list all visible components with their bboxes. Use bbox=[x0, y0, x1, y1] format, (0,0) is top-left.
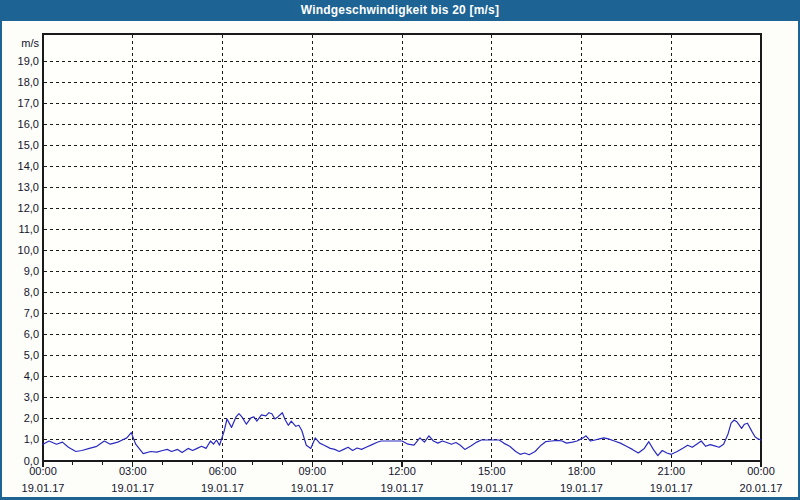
y-tick-label: 16,0 bbox=[2, 118, 39, 131]
x-tick-time-label: 18:00 bbox=[557, 465, 607, 478]
y-tick-label: 5,0 bbox=[2, 349, 39, 362]
x-tick-time-label: 12:00 bbox=[377, 465, 427, 478]
x-tick-time-label: 06:00 bbox=[198, 465, 248, 478]
y-tick-label: 1,0 bbox=[2, 433, 39, 446]
page: { "title_bar": { "title": "Windgeschwind… bbox=[0, 0, 800, 500]
x-tick-date-label: 19.01.17 bbox=[554, 482, 610, 495]
x-tick-time-label: 03:00 bbox=[108, 465, 158, 478]
x-tick-date-label: 19.01.17 bbox=[464, 482, 520, 495]
x-tick-date-label: 19.01.17 bbox=[284, 482, 340, 495]
y-tick-label: 18,0 bbox=[2, 76, 39, 89]
y-tick-label: 10,0 bbox=[2, 244, 39, 257]
y-tick-label: 14,0 bbox=[2, 160, 39, 173]
x-tick-time-label: 15:00 bbox=[467, 465, 517, 478]
y-tick-label: 17,0 bbox=[2, 97, 39, 110]
x-tick-time-label: 21:00 bbox=[646, 465, 696, 478]
y-tick-label: 7,0 bbox=[2, 307, 39, 320]
y-tick-label: 9,0 bbox=[2, 265, 39, 278]
y-tick-label: 13,0 bbox=[2, 181, 39, 194]
y-axis-unit-label: m/s bbox=[2, 37, 39, 50]
x-tick-date-label: 20.01.17 bbox=[733, 482, 789, 495]
y-tick-label: 3,0 bbox=[2, 391, 39, 404]
x-tick-date-label: 19.01.17 bbox=[105, 482, 161, 495]
wind-speed-line-chart bbox=[2, 0, 800, 500]
x-tick-time-label: 00:00 bbox=[736, 465, 786, 478]
y-tick-label: 2,0 bbox=[2, 412, 39, 425]
y-tick-label: 4,0 bbox=[2, 370, 39, 383]
x-tick-time-label: 00:00 bbox=[18, 465, 68, 478]
y-tick-label: 6,0 bbox=[2, 328, 39, 341]
x-tick-date-label: 19.01.17 bbox=[15, 482, 71, 495]
x-tick-time-label: 09:00 bbox=[287, 465, 337, 478]
y-tick-label: 12,0 bbox=[2, 202, 39, 215]
chart-window: Windgeschwindigkeit bis 20 [m/s] m/s0,01… bbox=[0, 0, 800, 500]
y-tick-label: 19,0 bbox=[2, 55, 39, 68]
y-tick-label: 15,0 bbox=[2, 139, 39, 152]
y-tick-label: 11,0 bbox=[2, 223, 39, 236]
y-tick-label: 8,0 bbox=[2, 286, 39, 299]
x-tick-date-label: 19.01.17 bbox=[643, 482, 699, 495]
x-tick-date-label: 19.01.17 bbox=[195, 482, 251, 495]
x-tick-date-label: 19.01.17 bbox=[374, 482, 430, 495]
